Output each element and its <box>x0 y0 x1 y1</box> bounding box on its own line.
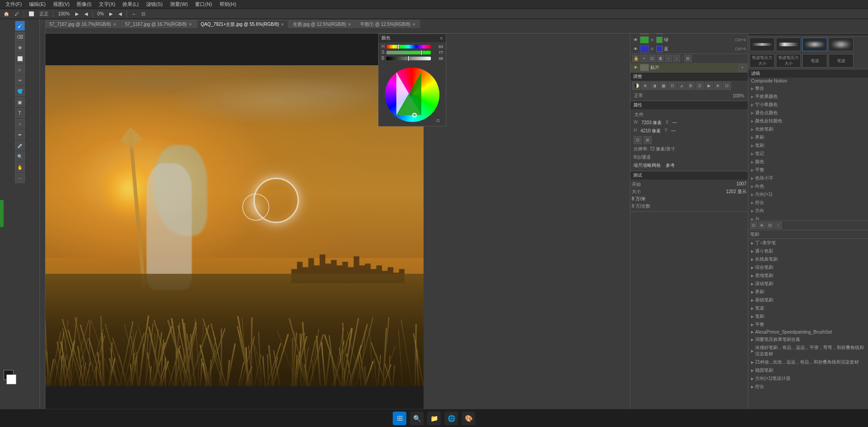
brush-preset-0[interactable] <box>750 38 775 51</box>
info-panel-header[interactable]: 测试 <box>630 171 748 180</box>
rotation-value[interactable]: 0% <box>96 11 106 17</box>
sat-thumb[interactable] <box>420 50 422 55</box>
tab-1[interactable]: 57_1167.jpg @ 16.7%(RGB/8) ✕ <box>121 20 196 28</box>
adj-icon-0[interactable]: 🌓 <box>632 82 640 90</box>
layer-3-chain[interactable]: ⛓ <box>650 47 655 51</box>
color-wheel-cursor[interactable] <box>412 113 417 117</box>
tool-move[interactable]: ✥ <box>15 43 25 53</box>
tool-shape[interactable]: ○ <box>15 119 25 129</box>
green-side-panel-tab[interactable] <box>0 200 4 227</box>
tab-4[interactable]: 平图① @ 12.5%(RGB/8) ✕ <box>356 20 420 28</box>
lmt-copy[interactable]: ⊡ <box>649 55 656 62</box>
filter-item-平效果颜色[interactable]: ▶ 平效果颜色 <box>748 92 868 101</box>
adj-icon-6[interactable]: ⊞ <box>687 82 695 90</box>
tab-3-close[interactable]: ✕ <box>348 22 351 27</box>
tab-2[interactable]: QAQ_7921+主苗.jpg @ 55.6%(RGB/8) ✕ <box>197 20 289 28</box>
adjustments-panel-header[interactable]: 调整 <box>630 73 748 81</box>
pen-button[interactable]: 🖊 <box>13 11 21 17</box>
bri-thumb[interactable] <box>408 56 410 61</box>
color-picker-expand-btn[interactable]: ⊡ <box>435 118 441 123</box>
adj-icon-8[interactable]: ▶ <box>705 82 713 90</box>
brush-preset-7[interactable]: 笔迹 <box>829 54 853 68</box>
brush-preset-3[interactable] <box>829 38 853 51</box>
brush-cat-15[interactable]: ▶ 方向(+1)笔设计器 <box>748 374 868 383</box>
layer-2-chain[interactable]: ⛓ <box>650 38 655 42</box>
background-color-swatch[interactable] <box>6 374 16 384</box>
tool-brush[interactable]: 🖌 <box>15 21 25 31</box>
filter-item-8[interactable]: ▶ 颜色 <box>748 158 868 166</box>
filter-item-11[interactable]: ▶ 向色 <box>748 182 868 190</box>
zoom-out-btn[interactable]: ◀ <box>83 11 90 17</box>
menu-item-file[interactable]: 文件(F) <box>2 0 25 9</box>
tool-eraser[interactable]: ⌫ <box>15 32 25 42</box>
filter-item-12[interactable]: ▶ 方向(+1) <box>748 190 868 199</box>
home-button[interactable]: 🏠 <box>2 11 11 17</box>
brush-cat-11[interactable]: ▶ 润覆笔压效果笔刷合集 <box>748 335 868 344</box>
saturation-slider[interactable] <box>386 51 431 54</box>
filter-item-6[interactable]: ▶ 笔刷 <box>748 141 868 150</box>
brightness-slider[interactable] <box>386 57 431 60</box>
lmt-merge[interactable]: ⊞ <box>684 55 692 62</box>
canvas-area[interactable] <box>45 34 424 418</box>
brush-cat-10[interactable]: ▶ 平整 <box>748 320 868 329</box>
tool-gradient[interactable]: ▣ <box>15 97 25 107</box>
artwork[interactable] <box>45 65 424 386</box>
tool-crop[interactable]: ✂ <box>15 75 25 85</box>
menu-item-edit[interactable]: 编辑(E) <box>25 0 49 9</box>
tool-more[interactable]: ··· <box>15 173 25 183</box>
brush-cat-0[interactable]: ▶ 丁○美学笔 <box>748 239 868 247</box>
tool-pan[interactable]: ✋ <box>15 162 25 172</box>
brush-preset-1[interactable] <box>776 38 801 51</box>
tool-pen[interactable]: ✒ <box>15 130 25 140</box>
brush-cat-14[interactable]: ▶ 稳固笔刷 <box>748 366 868 374</box>
props-icon-1[interactable]: ⊞ <box>644 136 652 144</box>
layer-3[interactable]: 👁 ⛓ 蓝 Ctrl+5 <box>630 44 748 53</box>
props-icon-0[interactable]: ⊡ <box>634 136 642 144</box>
tab-3[interactable]: 生图.jpg @ 12.5%(RGB/8) ✕ <box>289 20 356 28</box>
filter-tb-2[interactable]: ⊟ <box>766 222 774 229</box>
filter-item-5[interactable]: ▶ 界刷 <box>748 133 868 141</box>
wrap-btn[interactable]: ⊡ <box>140 11 147 17</box>
taskbar-krita[interactable]: 🎨 <box>462 412 475 425</box>
taskbar-search[interactable]: 🔍 <box>410 412 424 425</box>
menu-item-help[interactable]: 帮助(H) <box>216 0 240 9</box>
color-picker-close-btn[interactable]: ✕ <box>439 36 443 41</box>
filter-tb-1[interactable]: ⊕ <box>758 222 766 229</box>
brush-cat-1[interactable]: ▶ 通り色彩 <box>748 247 868 255</box>
brush-cat-alexaprince[interactable]: ▶ AlexaPrince_Speedpainting_BrushSet <box>748 329 868 335</box>
tab-0-close[interactable]: ✕ <box>113 22 117 27</box>
tab-2-close[interactable]: ✕ <box>281 22 284 27</box>
brush-cat-7[interactable]: ▶ 基础笔刷 <box>748 296 868 304</box>
tool-normal[interactable]: 正正 <box>38 10 50 18</box>
brush-cat-3[interactable]: ▶ 综合笔刷 <box>748 263 868 272</box>
adj-icon-7[interactable]: ⊡ <box>696 82 704 90</box>
brush-preset-4[interactable]: 笔迹笔压力大小 <box>750 54 775 68</box>
zoom-in-btn[interactable]: ▶ <box>73 11 81 17</box>
taskbar-start[interactable]: ⊞ <box>393 412 406 425</box>
rotation-dec-btn[interactable]: ◀ <box>117 11 124 17</box>
lmt-down[interactable]: ↓ <box>673 55 680 62</box>
taskbar-browser[interactable]: 🌐 <box>444 412 458 425</box>
props-panel-header[interactable]: 属性 <box>630 101 748 109</box>
color-wheel-container[interactable]: ⊡ <box>383 65 442 124</box>
layer-2-eye[interactable]: 👁 <box>632 37 639 43</box>
filter-item-9[interactable]: ▶ 平整 <box>748 166 868 174</box>
adj-icon-1[interactable]: ⊕ <box>641 82 649 90</box>
tool-fill[interactable]: 🪣 <box>15 86 25 96</box>
zoom-value[interactable]: 100% <box>56 11 72 17</box>
brush-cat-16[interactable]: ▶ 控台 <box>748 383 868 391</box>
tool-select[interactable]: ⬜ <box>27 11 36 17</box>
filter-item-14[interactable]: ▶ 方向 <box>748 207 868 215</box>
filter-item-3[interactable]: ▶ 颜色反转颜色 <box>748 117 868 125</box>
tab-4-close[interactable]: ✕ <box>412 22 416 27</box>
menu-item-view[interactable]: 视图(V) <box>49 0 73 9</box>
mirror-btn[interactable]: ↔ <box>130 11 138 17</box>
filter-item-7[interactable]: ▶ 笔记 <box>748 150 868 158</box>
filter-item-1[interactable]: ▶ 宁小希颜色 <box>748 101 868 109</box>
brush-preset-2[interactable] <box>802 38 827 51</box>
hue-slider[interactable] <box>386 45 431 49</box>
menu-item-window[interactable]: 窗口(N) <box>191 0 215 9</box>
brush-cat-4[interactable]: ▶ 质地笔刷 <box>748 272 868 280</box>
brush-preset-5[interactable]: 笔迹笔压力大小 <box>776 54 801 68</box>
filter-item-2[interactable]: ▶ 通合点颜色 <box>748 109 868 117</box>
